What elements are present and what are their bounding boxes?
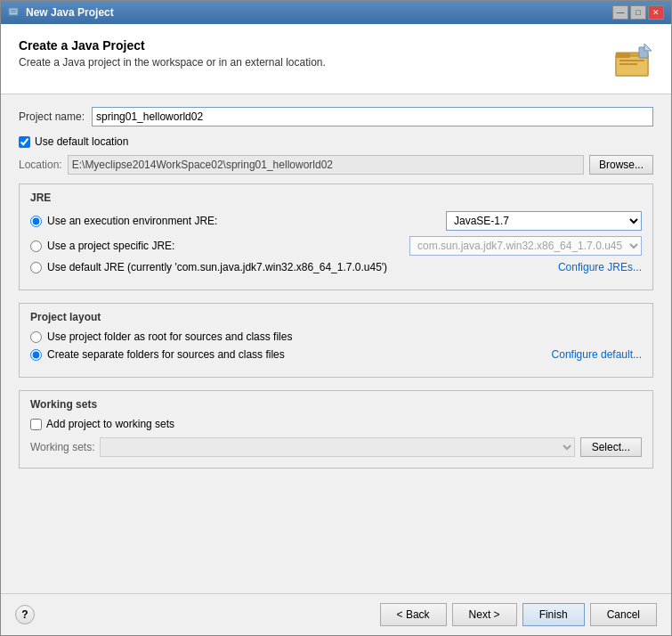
- project-name-row: Project name:: [19, 107, 653, 126]
- cancel-button[interactable]: Cancel: [590, 603, 657, 626]
- configure-default-link[interactable]: Configure default...: [552, 348, 642, 361]
- use-default-location-label[interactable]: Use default location: [35, 135, 128, 148]
- next-button[interactable]: Next >: [452, 603, 517, 626]
- jre-option3-label[interactable]: Use default JRE (currently 'com.sun.java…: [47, 261, 558, 273]
- working-sets-title: Working sets: [30, 398, 642, 411]
- add-to-working-sets-label[interactable]: Add project to working sets: [46, 418, 174, 430]
- finish-button[interactable]: Finish: [522, 603, 585, 626]
- minimize-button[interactable]: —: [612, 5, 628, 20]
- working-sets-section: Working sets Add project to working sets…: [19, 390, 653, 469]
- svg-rect-4: [616, 56, 648, 76]
- footer-buttons: < Back Next > Finish Cancel: [380, 603, 657, 626]
- layout-option2-row: Create separate folders for sources and …: [30, 348, 642, 361]
- layout-option2-radio[interactable]: [30, 349, 42, 361]
- dialog-subtitle: Create a Java project in the workspace o…: [19, 56, 326, 69]
- working-sets-row: Working sets: Select...: [30, 437, 642, 457]
- help-button[interactable]: ?: [15, 605, 35, 624]
- jre-option3-row: Use default JRE (currently 'com.sun.java…: [30, 261, 642, 273]
- add-to-working-sets-row: Add project to working sets: [30, 418, 642, 430]
- layout-option1-radio[interactable]: [30, 331, 42, 343]
- use-default-location-row: Use default location: [19, 135, 653, 148]
- project-name-label: Project name:: [19, 110, 85, 123]
- jre-option2-radio[interactable]: [30, 241, 42, 252]
- jre-section: JRE Use an execution environment JRE: Ja…: [19, 183, 653, 290]
- window-title: New Java Project: [26, 6, 114, 19]
- dialog-body: Project name: Use default location Locat…: [1, 94, 671, 593]
- header-text: Create a Java Project Create a Java proj…: [19, 38, 326, 69]
- browse-button[interactable]: Browse...: [589, 155, 653, 175]
- project-layout-section: Project layout Use project folder as roo…: [19, 303, 653, 378]
- svg-rect-5: [616, 53, 630, 58]
- select-button[interactable]: Select...: [580, 437, 642, 457]
- dialog-footer: ? < Back Next > Finish Cancel: [1, 593, 671, 635]
- svg-rect-2: [11, 12, 16, 12]
- svg-rect-7: [619, 63, 637, 65]
- add-to-working-sets-checkbox[interactable]: [30, 419, 42, 430]
- jre-specific-select[interactable]: com.sun.java.jdk7.win32.x86_64_1.7.0.u45: [409, 236, 642, 256]
- layout-option1-label[interactable]: Use project folder as root for sources a…: [47, 330, 642, 343]
- jre-environment-select[interactable]: JavaSE-1.7 JavaSE-1.8 JavaSE-11: [446, 211, 642, 231]
- window-controls: — □ ✕: [612, 5, 664, 20]
- jre-option2-row: Use a project specific JRE: com.sun.java…: [30, 236, 642, 256]
- location-label: Location:: [19, 159, 62, 171]
- svg-rect-6: [619, 60, 644, 61]
- jre-option1-row: Use an execution environment JRE: JavaSE…: [30, 211, 642, 231]
- dialog-window: New Java Project — □ ✕ Create a Java Pro…: [0, 0, 672, 636]
- back-button[interactable]: < Back: [380, 603, 447, 626]
- jre-section-title: JRE: [30, 192, 642, 204]
- jre-option1-label[interactable]: Use an execution environment JRE:: [47, 215, 446, 227]
- footer-left: ?: [15, 605, 35, 624]
- jre-option1-radio[interactable]: [30, 216, 42, 227]
- location-row: Location: Browse...: [19, 155, 653, 175]
- dialog-header: Create a Java Project Create a Java proj…: [1, 24, 671, 94]
- layout-option2-label[interactable]: Create separate folders for sources and …: [47, 348, 552, 361]
- title-bar: New Java Project — □ ✕: [1, 1, 671, 24]
- project-layout-title: Project layout: [30, 311, 642, 323]
- maximize-button[interactable]: □: [630, 5, 646, 20]
- jre-option2-label[interactable]: Use a project specific JRE:: [47, 240, 409, 252]
- close-button[interactable]: ✕: [648, 5, 664, 20]
- working-sets-select[interactable]: [100, 437, 574, 457]
- use-default-location-checkbox[interactable]: [19, 136, 30, 148]
- svg-rect-1: [11, 10, 16, 11]
- project-icon: [611, 38, 653, 81]
- window-icon: [8, 6, 20, 19]
- location-input[interactable]: [68, 155, 584, 175]
- svg-marker-9: [644, 44, 652, 51]
- configure-jres-link[interactable]: Configure JREs...: [558, 261, 642, 273]
- layout-option1-row: Use project folder as root for sources a…: [30, 330, 642, 343]
- project-name-input[interactable]: [92, 107, 653, 126]
- jre-option3-radio[interactable]: [30, 262, 42, 273]
- dialog-title: Create a Java Project: [19, 38, 326, 53]
- working-sets-label: Working sets:: [30, 441, 94, 453]
